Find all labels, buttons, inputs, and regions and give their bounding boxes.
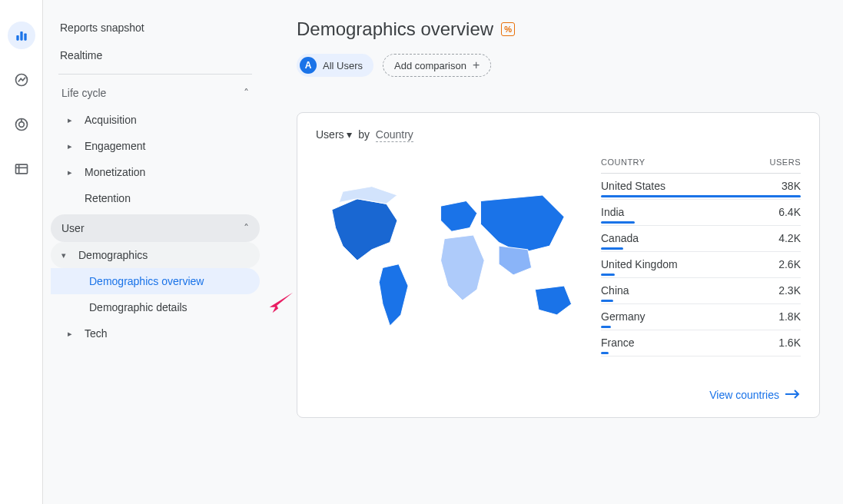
svg-rect-6 [15, 164, 27, 174]
users-by-country-card: Users ▾ by Country [297, 112, 820, 418]
arrow-right-icon [785, 389, 801, 402]
country-name: Canada [601, 232, 639, 244]
rail-explore-icon[interactable] [8, 66, 35, 94]
plus-icon: + [473, 58, 480, 72]
svg-rect-2 [24, 34, 26, 41]
nav-demographic-details[interactable]: Demographic details [51, 294, 260, 320]
caret-right-icon: ▸ [68, 141, 80, 151]
segment-badge-icon: A [300, 57, 317, 74]
country-table: COUNTRY USERS United States38KIndia6.4KC… [601, 153, 801, 368]
table-row[interactable]: Canada4.2K [601, 226, 801, 252]
view-countries-link[interactable]: View countries [709, 389, 801, 402]
col-users: USERS [770, 158, 801, 167]
divider [58, 74, 252, 75]
country-name: United States [601, 180, 665, 192]
nav-acquisition[interactable]: ▸Acquisition [51, 107, 260, 133]
segment-all-users[interactable]: A All Users [297, 54, 373, 77]
world-map[interactable] [316, 153, 579, 368]
nav-demographics-overview[interactable]: Demographics overview [51, 268, 260, 294]
table-row[interactable]: India6.4K [601, 200, 801, 226]
user-count: 6.4K [778, 206, 801, 218]
card-title: Users ▾ by Country [316, 128, 801, 141]
dimension-selector[interactable]: Country [376, 128, 413, 142]
nav-engagement[interactable]: ▸Engagement [51, 133, 260, 159]
main-content: Demographics overview % A All Users Add … [274, 0, 843, 504]
user-count: 1.6K [778, 337, 801, 349]
add-comparison-button[interactable]: Add comparison + [383, 54, 491, 77]
chevron-up-icon: ˄ [244, 87, 249, 99]
rail-advertising-icon[interactable] [8, 111, 35, 138]
user-count: 38K [782, 180, 801, 192]
svg-point-5 [18, 122, 24, 128]
svg-rect-0 [16, 35, 18, 41]
page-title: Demographics overview % [297, 18, 820, 40]
user-count: 2.6K [778, 258, 801, 270]
country-name: Germany [601, 310, 646, 323]
nav-reports-snapshot[interactable]: Reports snapshot [51, 14, 260, 41]
caret-down-icon: ▾ [61, 250, 74, 260]
rail-reports-icon[interactable] [8, 22, 35, 49]
country-name: India [601, 206, 624, 218]
section-lifecycle[interactable]: Life cycle ˄ [51, 79, 260, 107]
pointer-annotation-icon [265, 290, 294, 313]
nav-realtime[interactable]: Realtime [51, 41, 260, 69]
table-row[interactable]: France1.6K [601, 330, 801, 356]
country-name: United Kingdom [601, 258, 678, 270]
table-row[interactable]: China2.3K [601, 278, 801, 304]
section-user-label: User [61, 222, 85, 234]
table-row[interactable]: United States38K [601, 174, 801, 200]
col-country: COUNTRY [601, 158, 646, 167]
nav-demographics[interactable]: ▾Demographics [51, 242, 260, 268]
nav-tech[interactable]: ▸Tech [51, 320, 260, 346]
table-row[interactable]: United Kingdom2.6K [601, 252, 801, 278]
svg-rect-1 [20, 32, 22, 41]
country-name: France [601, 337, 635, 349]
caret-right-icon: ▸ [68, 115, 80, 125]
country-name: China [601, 284, 629, 297]
section-user[interactable]: User ˄ [51, 214, 260, 242]
nav-monetization[interactable]: ▸Monetization [51, 159, 260, 185]
user-count: 1.8K [778, 310, 801, 323]
customize-report-icon[interactable]: % [501, 22, 515, 36]
rail-configure-icon[interactable] [8, 155, 35, 183]
user-count: 4.2K [778, 232, 801, 244]
metric-selector[interactable]: Users ▾ [316, 128, 352, 141]
icon-rail [0, 0, 43, 504]
nav-retention[interactable]: ▸Retention [51, 185, 260, 211]
caret-right-icon: ▸ [68, 167, 80, 177]
caret-right-icon: ▸ [68, 329, 80, 339]
user-count: 2.3K [778, 284, 801, 297]
table-row[interactable]: Germany1.8K [601, 304, 801, 330]
comparison-row: A All Users Add comparison + [297, 54, 820, 77]
report-nav-sidebar: Reports snapshot Realtime Life cycle ˄ ▸… [43, 0, 274, 504]
chevron-up-icon: ˄ [244, 222, 249, 234]
section-lifecycle-label: Life cycle [61, 87, 106, 99]
